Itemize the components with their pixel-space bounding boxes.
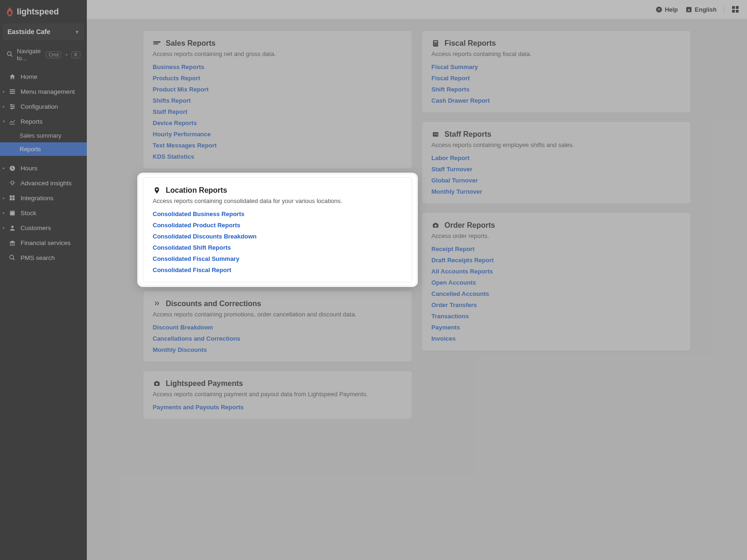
chevron-down-icon: ▼ xyxy=(75,29,79,35)
report-link[interactable]: Global Turnover xyxy=(431,177,478,184)
lightbulb-icon xyxy=(8,179,16,187)
svg-point-44 xyxy=(436,44,437,45)
report-link[interactable]: Fiscal Summary xyxy=(431,63,478,70)
report-link[interactable]: Invoices xyxy=(431,335,456,342)
nav-stock[interactable]: Stock xyxy=(0,205,87,220)
location-name: Eastside Cafe xyxy=(7,28,50,35)
card-desc: Access reports containing employee shift… xyxy=(431,141,681,148)
svg-rect-17 xyxy=(10,196,12,198)
brand-name: lightspeed xyxy=(17,7,59,17)
card-title: Lightspeed Payments xyxy=(166,379,243,388)
svg-point-10 xyxy=(11,108,13,109)
help-button[interactable]: ? Help xyxy=(655,6,678,13)
report-link[interactable]: Cancellations and Corrections xyxy=(153,335,240,342)
nav-pms-search[interactable]: PMS search xyxy=(0,250,87,265)
search-icon xyxy=(8,254,16,261)
svg-rect-38 xyxy=(155,381,158,382)
report-link[interactable]: Text Messages Report xyxy=(153,142,217,149)
report-link[interactable]: Device Reports xyxy=(153,119,197,126)
svg-rect-21 xyxy=(10,211,14,215)
nav-reports[interactable]: Reports xyxy=(0,114,87,129)
card-title: Sales Reports xyxy=(166,39,216,48)
svg-point-23 xyxy=(11,225,14,228)
language-button[interactable]: A English xyxy=(685,6,717,13)
card-title: Order Reports xyxy=(444,221,495,230)
card-title: Location Reports xyxy=(166,186,227,195)
content-grid: Sales Reports Access reports containing … xyxy=(87,19,747,560)
report-link[interactable]: Consolidated Fiscal Report xyxy=(153,266,231,273)
report-link[interactable]: Consolidated Shift Reports xyxy=(153,244,231,251)
chart-icon xyxy=(8,118,16,125)
link-list: Consolidated Business ReportsConsolidate… xyxy=(153,210,402,273)
nav-list: Home Menu management Configuration Repor… xyxy=(0,69,87,265)
report-link[interactable]: Consolidated Fiscal Summary xyxy=(153,255,240,262)
report-link[interactable]: Transactions xyxy=(431,313,469,320)
brand-logo: lightspeed xyxy=(0,0,87,21)
nav-hours[interactable]: Hours xyxy=(0,161,87,175)
location-reports-card: Location Reports Access reports containi… xyxy=(143,177,412,282)
nav-customers[interactable]: Customers xyxy=(0,220,87,235)
svg-rect-40 xyxy=(434,41,437,42)
nav-reports-sub[interactable]: Reports xyxy=(0,142,87,156)
report-link[interactable]: Receipt Report xyxy=(431,245,474,252)
svg-rect-2 xyxy=(9,89,14,90)
card-desc: Access reports containing net and gross … xyxy=(153,50,402,57)
report-link[interactable]: Monthly Discounts xyxy=(153,346,207,353)
report-link[interactable]: All Accounts Reports xyxy=(431,268,493,275)
report-link[interactable]: Staff Report xyxy=(153,108,187,115)
report-link[interactable]: Staff Turnover xyxy=(431,166,472,173)
nav-integrations[interactable]: Integrations xyxy=(0,190,87,205)
report-link[interactable]: Discount Breakdown xyxy=(153,324,213,331)
discounts-card: Discounts and Corrections Access reports… xyxy=(143,291,412,362)
svg-point-50 xyxy=(435,224,437,227)
search-icon xyxy=(7,51,13,59)
nav-home[interactable]: Home xyxy=(0,69,87,84)
link-list: Business ReportsProducts ReportProduct M… xyxy=(153,63,402,160)
card-title: Discounts and Corrections xyxy=(166,300,261,308)
report-link[interactable]: Business Reports xyxy=(153,63,204,70)
card-desc: Access reports containing fiscal data. xyxy=(431,50,681,57)
report-link[interactable]: Payments xyxy=(431,324,460,331)
badge-icon xyxy=(431,130,440,139)
svg-rect-18 xyxy=(13,196,15,198)
report-link[interactable]: Open Accounts xyxy=(431,279,476,286)
report-link[interactable]: Draft Receipts Report xyxy=(431,257,494,264)
location-selector[interactable]: Eastside Cafe ▼ xyxy=(3,23,84,40)
nav-advanced-insights[interactable]: Advanced insights xyxy=(0,175,87,190)
report-link[interactable]: Products Report xyxy=(153,75,200,82)
report-link[interactable]: Shifts Report xyxy=(153,97,191,104)
report-link[interactable]: Cancelled Accounts xyxy=(431,290,489,297)
nav-sales-summary[interactable]: Sales summary xyxy=(0,129,87,142)
kbd-plus: + xyxy=(65,52,68,57)
report-link[interactable]: Hourly Performance xyxy=(153,131,211,138)
svg-rect-27 xyxy=(9,245,14,245)
svg-text:A: A xyxy=(688,7,691,12)
apps-button[interactable] xyxy=(732,6,739,13)
report-link[interactable]: Consolidated Product Reports xyxy=(153,222,240,229)
card-icon xyxy=(153,39,161,48)
report-link[interactable]: Shift Reports xyxy=(431,86,470,93)
fiscal-reports-card: Fiscal Reports Access reports containing… xyxy=(422,30,691,113)
left-column: Sales Reports Access reports containing … xyxy=(143,30,412,549)
report-link[interactable]: Labor Report xyxy=(431,154,470,161)
report-link[interactable]: Consolidated Discounts Breakdown xyxy=(153,233,256,240)
report-link[interactable]: Product Mix Report xyxy=(153,86,209,93)
navigate-to-button[interactable]: Navigate to... Cmd + K xyxy=(3,45,84,64)
card-desc: Access order reports. xyxy=(431,232,681,239)
report-link[interactable]: Consolidated Business Reports xyxy=(153,210,244,217)
report-link[interactable]: KDS Statistics xyxy=(153,153,194,160)
nav-menu-management[interactable]: Menu management xyxy=(0,84,87,99)
nav-configuration[interactable]: Configuration xyxy=(0,99,87,114)
report-link[interactable]: Fiscal Report xyxy=(431,75,470,82)
svg-point-46 xyxy=(434,133,436,135)
report-link[interactable]: Payments and Payouts Reports xyxy=(153,404,244,411)
topbar: ? Help A English xyxy=(87,0,747,19)
report-link[interactable]: Cash Drawer Report xyxy=(431,97,490,104)
report-link[interactable]: Monthly Turnover xyxy=(431,188,482,195)
report-link[interactable]: Order Transfers xyxy=(431,301,477,308)
nav-financial-services[interactable]: Financial services xyxy=(0,235,87,250)
svg-point-42 xyxy=(436,43,437,44)
flame-icon xyxy=(6,7,14,17)
box-icon xyxy=(8,209,16,217)
svg-rect-19 xyxy=(10,198,12,201)
